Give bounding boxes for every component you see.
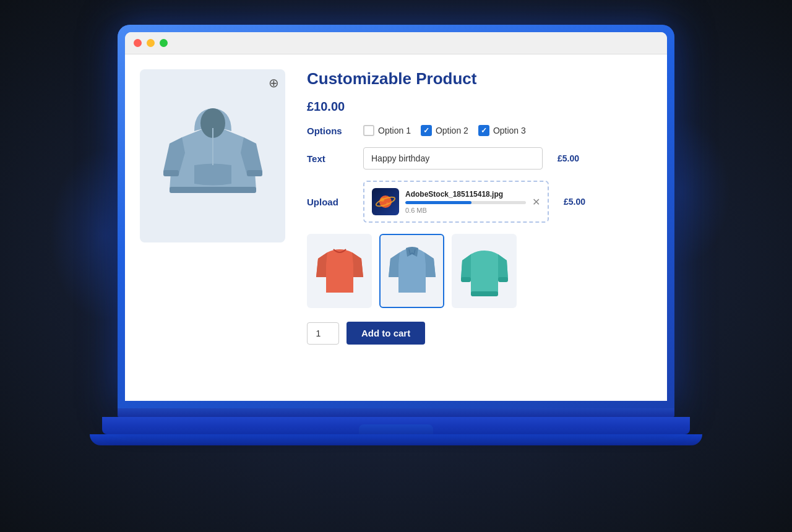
option-3-label: Option 3	[493, 126, 526, 135]
svg-rect-10	[498, 277, 508, 282]
cart-row: Add to cart	[307, 322, 652, 345]
option-1-checkbox[interactable]	[363, 125, 374, 136]
quantity-input[interactable]	[307, 322, 339, 345]
laptop-notch	[359, 424, 433, 434]
variant-1-thumb[interactable]	[307, 234, 372, 308]
file-name: AdobeStock_185115418.jpg	[405, 190, 526, 199]
option-3-item[interactable]: Option 3	[478, 125, 526, 136]
variant-3-thumb[interactable]	[452, 234, 517, 308]
zoom-icon[interactable]: ⊕	[269, 75, 279, 90]
product-price: £10.00	[307, 100, 652, 114]
product-image-box: ⊕	[140, 69, 285, 242]
title-bar	[125, 32, 667, 54]
upload-addon-price: £5.00	[564, 197, 585, 207]
close-button[interactable]	[134, 39, 142, 47]
svg-rect-3	[247, 170, 262, 176]
laptop-feet	[90, 434, 702, 445]
variant-2-thumb[interactable]	[379, 234, 444, 308]
laptop-screen-outer: ⊕	[118, 25, 674, 408]
svg-point-7	[381, 198, 384, 202]
variant-1-tshirt	[315, 243, 364, 299]
option-2-item[interactable]: Option 2	[421, 125, 468, 136]
upload-label: Upload	[307, 197, 353, 207]
text-addon-price: £5.00	[557, 153, 579, 163]
maximize-button[interactable]	[160, 39, 168, 47]
svg-point-8	[386, 202, 389, 205]
file-remove-button[interactable]: ✕	[532, 196, 540, 208]
option-2-checkbox[interactable]	[421, 125, 432, 136]
laptop-base-wrapper	[99, 408, 693, 445]
laptop-screen: ⊕	[125, 32, 667, 401]
option-1-label: Option 1	[378, 126, 411, 135]
svg-rect-4	[170, 187, 256, 193]
svg-rect-11	[471, 291, 498, 296]
text-row: Text £5.00	[307, 147, 652, 169]
svg-rect-2	[163, 170, 179, 176]
variant-2-polo	[387, 243, 437, 299]
hoodie-illustration	[160, 91, 265, 221]
file-info: AdobeStock_185115418.jpg 0.6 MB	[405, 190, 526, 214]
upload-box[interactable]: AdobeStock_185115418.jpg 0.6 MB ✕	[363, 181, 549, 223]
laptop-hinge	[118, 408, 674, 417]
option-3-checkbox[interactable]	[478, 125, 489, 136]
product-image-section: ⊕	[140, 69, 288, 386]
file-progress-bar	[405, 201, 526, 204]
upload-row: Upload	[307, 181, 652, 223]
variants-row	[307, 234, 652, 308]
planet-icon	[375, 191, 396, 212]
option-2-label: Option 2	[436, 126, 468, 135]
laptop-wrapper: ⊕	[99, 25, 693, 507]
text-label: Text	[307, 153, 353, 164]
content-area: ⊕	[125, 54, 667, 401]
option-1-item[interactable]: Option 1	[363, 125, 411, 136]
options-row: Options Option 1 Option 2	[307, 125, 652, 136]
variant-3-sweatshirt	[460, 243, 509, 299]
laptop-base	[102, 417, 690, 434]
file-thumbnail	[372, 188, 399, 215]
product-title: Customizable Product	[307, 69, 652, 88]
file-size: 0.6 MB	[405, 207, 526, 214]
file-progress-fill	[405, 201, 471, 204]
options-label: Options	[307, 126, 353, 136]
minimize-button[interactable]	[147, 39, 155, 47]
text-input[interactable]	[363, 147, 543, 169]
product-details: Customizable Product £10.00 Options Opti…	[307, 69, 652, 386]
add-to-cart-button[interactable]: Add to cart	[346, 322, 425, 345]
svg-rect-9	[461, 277, 471, 282]
